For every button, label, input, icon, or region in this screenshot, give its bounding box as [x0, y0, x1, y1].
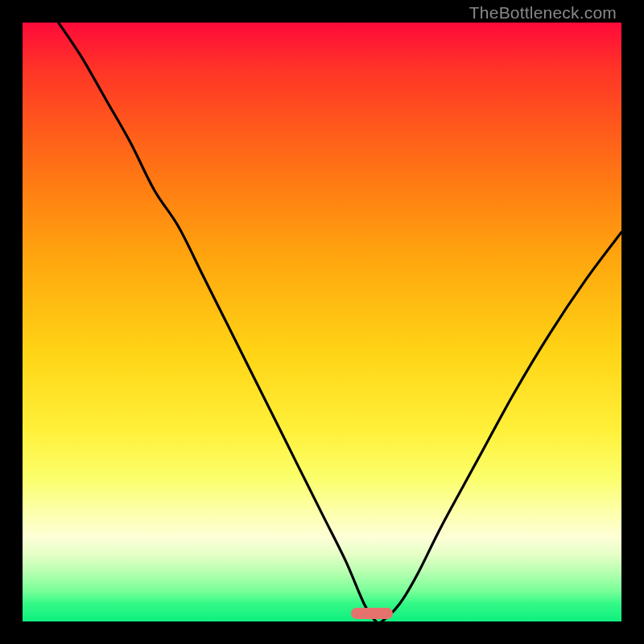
plot-area — [23, 23, 621, 621]
bottleneck-curve — [23, 23, 621, 621]
chart-frame: TheBottleneck.com — [0, 0, 644, 644]
watermark-text: TheBottleneck.com — [469, 3, 617, 23]
optimal-marker — [351, 608, 393, 619]
